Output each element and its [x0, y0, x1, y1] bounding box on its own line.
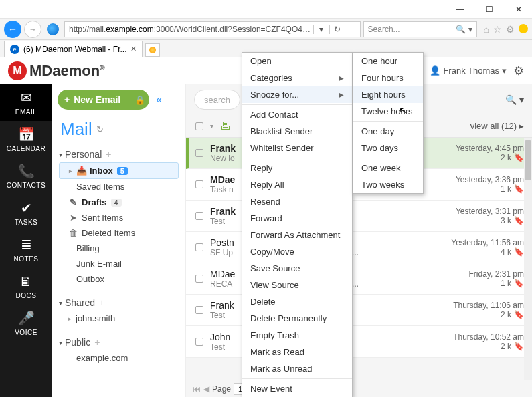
flag-icon[interactable]: 🔖: [514, 342, 524, 351]
window-maximize[interactable]: ☐: [480, 3, 499, 16]
snooze-one-week[interactable]: One week: [353, 160, 423, 176]
collapse-pane-icon[interactable]: «: [156, 94, 162, 106]
snooze-two-days[interactable]: Two days: [353, 140, 423, 156]
rail-contacts[interactable]: 📞CONTACTS: [0, 158, 52, 194]
message-row[interactable]: Frank Test Thursday, 11:06 am 2 k🔖: [186, 295, 532, 326]
print-icon[interactable]: 🖶: [220, 120, 231, 132]
window-close[interactable]: ✕: [509, 3, 528, 16]
message-checkbox[interactable]: [195, 275, 203, 283]
snooze-four-hours[interactable]: Four hours: [353, 70, 423, 86]
ctx-forward[interactable]: Forward: [242, 210, 352, 227]
tools-icon[interactable]: ⚙: [506, 24, 515, 35]
add-public-icon[interactable]: +: [94, 337, 100, 348]
ctx-new-event[interactable]: New Event: [242, 380, 352, 397]
message-checkbox[interactable]: [195, 180, 203, 188]
view-all-link[interactable]: view all (12)▸: [470, 121, 524, 131]
snooze-one-hour[interactable]: One hour: [353, 53, 423, 70]
message-checkbox[interactable]: [195, 212, 203, 220]
ctx-reply-all[interactable]: Reply All: [242, 176, 352, 193]
flag-icon[interactable]: 🔖: [514, 310, 524, 319]
snooze-submenu[interactable]: One hourFour hoursEight hoursTwelve hour…: [353, 52, 424, 194]
message-row[interactable]: John Test Thursday, 10:52 am 2 k🔖: [186, 326, 532, 358]
flag-icon[interactable]: 🔖: [514, 184, 524, 194]
ctx-mark-as-read[interactable]: Mark as Read: [242, 344, 352, 360]
ctx-delete-permanently[interactable]: Delete Permanently: [242, 310, 352, 327]
ctx-view-source[interactable]: View Source: [242, 277, 352, 293]
window-minimize[interactable]: —: [450, 3, 469, 16]
back-button[interactable]: ←: [4, 21, 21, 38]
search-icon[interactable]: 🔍 ▾: [456, 25, 472, 34]
scrollbar[interactable]: [524, 138, 532, 380]
scrollbar-thumb[interactable]: [525, 140, 531, 180]
section-shared[interactable]: ▾Shared+: [59, 295, 179, 311]
message-checkbox[interactable]: [195, 306, 203, 314]
ctx-add-contact[interactable]: Add Contact: [242, 106, 352, 123]
browser-tab[interactable]: e (6) MDaemon Webmail - Fr... ✕: [4, 41, 143, 57]
flag-icon[interactable]: 🔖: [514, 216, 524, 225]
message-row[interactable]: Postn SF Up n, 09 Apr 2018... Yesterday,…: [186, 232, 532, 263]
context-menu[interactable]: OpenCategories▶Snooze for...▶Add Contact…: [242, 52, 353, 397]
add-shared-icon[interactable]: +: [99, 297, 104, 308]
message-checkbox[interactable]: [195, 243, 203, 251]
ctx-resend[interactable]: Resend: [242, 193, 352, 210]
ctx-blacklist-sender[interactable]: Blacklist Sender: [242, 123, 352, 140]
feedback-icon[interactable]: [519, 24, 528, 33]
section-personal[interactable]: ▾Personal+: [59, 146, 179, 162]
rail-tasks[interactable]: ✔TASKS: [0, 194, 52, 231]
ctx-empty-trash[interactable]: Empty Trash: [242, 327, 352, 344]
rail-calendar[interactable]: 📅CALENDAR: [0, 121, 52, 158]
ctx-forward-as-attachment[interactable]: Forward As Attachment: [242, 227, 352, 243]
user-menu[interactable]: 👤 Frank Thomas ▾: [430, 65, 507, 76]
flag-icon[interactable]: 🔖: [514, 153, 524, 162]
folder-john-smith[interactable]: ▸john.smith: [59, 311, 179, 326]
tab-close-icon[interactable]: ✕: [130, 45, 137, 53]
pager-prev[interactable]: ◀: [203, 384, 209, 394]
folder-inbox[interactable]: ▸ 📥 Inbox 5: [59, 162, 179, 179]
home-icon[interactable]: ⌂: [484, 24, 489, 35]
message-checkbox[interactable]: [195, 338, 203, 346]
folder-drafts[interactable]: ✎ Drafts 4: [59, 194, 179, 210]
message-search[interactable]: search: [194, 90, 240, 110]
reload-icon[interactable]: ↻: [96, 124, 104, 134]
refresh-icon[interactable]: ↻: [329, 25, 343, 34]
section-public[interactable]: ▾Public+: [59, 334, 179, 350]
snooze-eight-hours[interactable]: Eight hours: [353, 86, 423, 103]
ctx-copy-move[interactable]: Copy/Move: [242, 243, 352, 260]
folder-junk[interactable]: Junk E-mail: [59, 256, 179, 271]
new-tab-button[interactable]: [145, 43, 160, 57]
message-checkbox[interactable]: [195, 149, 203, 157]
browser-search[interactable]: Search... 🔍 ▾: [363, 21, 477, 37]
settings-icon[interactable]: ⚙: [513, 63, 524, 78]
ctx-open[interactable]: Open: [242, 53, 352, 70]
rail-notes[interactable]: ≣NOTES: [0, 231, 52, 268]
ctx-save-source[interactable]: Save Source: [242, 260, 352, 277]
ctx-mark-as-unread[interactable]: Mark as Unread: [242, 360, 352, 377]
ctx-whitelist-sender[interactable]: Whitelist Sender: [242, 140, 352, 156]
snooze-two-weeks[interactable]: Two weeks: [353, 176, 423, 193]
chevron-down-icon[interactable]: ▾: [210, 122, 213, 130]
folder-billing[interactable]: Billing: [59, 241, 179, 256]
folder-domain[interactable]: example.com: [59, 350, 179, 366]
forward-button[interactable]: →: [24, 21, 41, 38]
message-row[interactable]: Frank Test Yesterday, 3:31 pm 3 k🔖: [186, 201, 532, 232]
message-row[interactable]: MDae RECA was not deliver... Friday, 2:3…: [186, 263, 532, 295]
app-logo[interactable]: M MDaemon®: [8, 61, 105, 80]
ctx-reply[interactable]: Reply: [242, 160, 352, 176]
folder-sent[interactable]: ➤Sent Items: [59, 210, 179, 225]
flag-icon[interactable]: 🔖: [514, 279, 524, 288]
new-email-button[interactable]: + New Email: [58, 90, 130, 110]
folder-outbox[interactable]: Outbox: [59, 271, 179, 287]
pager-first[interactable]: ⏮: [193, 384, 201, 394]
new-email-secure-button[interactable]: 🔒: [130, 90, 149, 110]
ctx-delete[interactable]: Delete: [242, 293, 352, 310]
rail-docs[interactable]: 🗎DOCS: [0, 268, 52, 305]
snooze-twelve-hours[interactable]: Twelve hours: [353, 103, 423, 120]
stop-icon[interactable]: ▾: [313, 25, 327, 34]
favorites-icon[interactable]: ☆: [493, 24, 502, 35]
ctx-snooze-for-[interactable]: Snooze for...▶: [242, 86, 352, 103]
ctx-categories[interactable]: Categories▶: [242, 70, 352, 86]
flag-icon[interactable]: 🔖: [514, 247, 524, 257]
select-all-checkbox[interactable]: [195, 122, 203, 130]
folder-saved[interactable]: Saved Items: [59, 179, 179, 194]
add-folder-icon[interactable]: +: [106, 149, 111, 160]
